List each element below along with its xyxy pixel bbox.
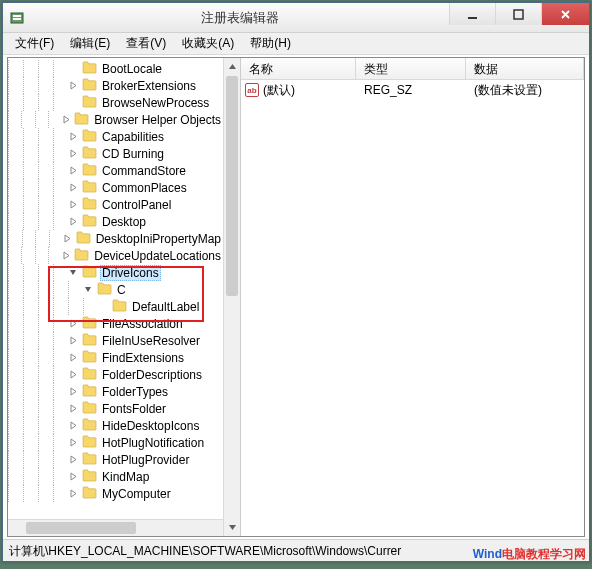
expand-toggle-icon[interactable] (68, 165, 79, 176)
tree-scrollbar-vertical[interactable] (223, 58, 240, 536)
scroll-thumb-h[interactable] (26, 522, 136, 534)
regedit-window: 注册表编辑器 文件(F) 编辑(E) 查看(V) 收藏夹(A) 帮助(H) Bo… (2, 2, 590, 562)
registry-tree[interactable]: BootLocaleBrokerExtensionsBrowseNewProce… (8, 58, 223, 504)
titlebar[interactable]: 注册表编辑器 (3, 3, 589, 33)
tree-label: CommonPlaces (100, 181, 189, 195)
expand-toggle-icon[interactable] (68, 420, 79, 431)
values-pane: 名称 类型 数据 ab (默认) REG_SZ (数值未设置) (241, 58, 584, 536)
minimize-button[interactable] (449, 3, 495, 25)
tree-label: Capabilities (100, 130, 166, 144)
tree-node[interactable]: FontsFolder (8, 400, 223, 417)
tree-label: CD Burning (100, 147, 166, 161)
tree-label: DesktopIniPropertyMap (94, 232, 223, 246)
menu-favorites[interactable]: 收藏夹(A) (174, 33, 242, 54)
expand-toggle-icon[interactable] (68, 454, 79, 465)
status-path: 计算机\HKEY_LOCAL_MACHINE\SOFTWARE\Microsof… (9, 544, 401, 558)
expand-toggle-icon[interactable] (68, 199, 79, 210)
folder-icon (75, 231, 94, 247)
col-name[interactable]: 名称 (241, 58, 356, 79)
expand-toggle-icon[interactable] (68, 403, 79, 414)
expand-toggle-icon[interactable] (68, 335, 79, 346)
scroll-up-icon[interactable] (224, 58, 240, 75)
tree-node[interactable]: HotPlugNotification (8, 434, 223, 451)
list-header[interactable]: 名称 类型 数据 (241, 58, 584, 80)
svg-rect-1 (13, 15, 21, 17)
expand-toggle-icon[interactable] (63, 233, 73, 244)
menu-edit[interactable]: 编辑(E) (62, 33, 118, 54)
svg-rect-4 (514, 10, 523, 19)
value-type: REG_SZ (356, 83, 466, 97)
tree-node[interactable]: CommonPlaces (8, 179, 223, 196)
tree-node[interactable]: FolderTypes (8, 383, 223, 400)
expand-toggle-icon[interactable] (62, 250, 72, 261)
expand-toggle-icon[interactable] (68, 386, 79, 397)
tree-node[interactable]: MyComputer (8, 485, 223, 502)
menu-help[interactable]: 帮助(H) (242, 33, 299, 54)
tree-node[interactable]: Capabilities (8, 128, 223, 145)
expand-toggle-icon[interactable] (83, 284, 94, 295)
tree-node[interactable]: BrowseNewProcess (8, 94, 223, 111)
menu-file[interactable]: 文件(F) (7, 33, 62, 54)
col-data[interactable]: 数据 (466, 58, 584, 79)
expand-toggle-icon[interactable] (68, 80, 79, 91)
tree-label: Browser Helper Objects (92, 113, 223, 127)
folder-icon (81, 146, 100, 162)
menu-view[interactable]: 查看(V) (118, 33, 174, 54)
content-area: BootLocaleBrokerExtensionsBrowseNewProce… (7, 57, 585, 537)
value-data: (数值未设置) (466, 82, 584, 99)
expand-toggle-icon[interactable] (68, 369, 79, 380)
tree-node[interactable]: KindMap (8, 468, 223, 485)
scroll-down-icon[interactable] (224, 519, 240, 536)
tree-scrollbar-horizontal[interactable] (8, 519, 223, 536)
value-name: (默认) (263, 82, 295, 99)
tree-node[interactable]: ControlPanel (8, 196, 223, 213)
expand-toggle-icon[interactable] (68, 148, 79, 159)
svg-rect-2 (13, 18, 21, 20)
tree-label: BrokerExtensions (100, 79, 198, 93)
tree-node[interactable]: Desktop (8, 213, 223, 230)
tree-node[interactable]: FindExtensions (8, 349, 223, 366)
folder-icon (81, 435, 100, 451)
expand-toggle-icon[interactable] (68, 182, 79, 193)
folder-icon (111, 299, 130, 315)
folder-icon (81, 197, 100, 213)
scroll-thumb[interactable] (226, 76, 238, 296)
tree-node[interactable]: FolderDescriptions (8, 366, 223, 383)
app-icon (9, 10, 25, 26)
tree-node[interactable]: DesktopIniPropertyMap (8, 230, 223, 247)
expand-toggle-icon[interactable] (62, 114, 72, 125)
folder-icon (81, 401, 100, 417)
list-row[interactable]: ab (默认) REG_SZ (数值未设置) (241, 80, 584, 100)
folder-icon (96, 282, 115, 298)
tree-node[interactable]: Browser Helper Objects (8, 111, 223, 128)
folder-icon (81, 486, 100, 502)
tree-label: CommandStore (100, 164, 188, 178)
folder-icon (81, 350, 100, 366)
expand-toggle-icon[interactable] (68, 318, 79, 329)
tree-node[interactable]: C (8, 281, 223, 298)
folder-icon (81, 384, 100, 400)
maximize-button[interactable] (495, 3, 541, 25)
tree-node[interactable]: DriveIcons (8, 264, 223, 281)
expand-toggle-icon[interactable] (68, 267, 79, 278)
col-type[interactable]: 类型 (356, 58, 466, 79)
tree-node[interactable]: HideDesktopIcons (8, 417, 223, 434)
tree-label: MyComputer (100, 487, 173, 501)
tree-node[interactable]: HotPlugProvider (8, 451, 223, 468)
expand-toggle-icon[interactable] (68, 488, 79, 499)
tree-node[interactable]: FileInUseResolver (8, 332, 223, 349)
close-button[interactable] (541, 3, 589, 25)
tree-node[interactable]: DefaultLabel (8, 298, 223, 315)
expand-toggle-icon[interactable] (68, 352, 79, 363)
expand-toggle-icon[interactable] (68, 216, 79, 227)
tree-label: FolderTypes (100, 385, 170, 399)
tree-node[interactable]: DeviceUpdateLocations (8, 247, 223, 264)
expand-toggle-icon[interactable] (68, 131, 79, 142)
expand-toggle-icon[interactable] (68, 471, 79, 482)
tree-node[interactable]: BootLocale (8, 60, 223, 77)
tree-node[interactable]: FileAssociation (8, 315, 223, 332)
tree-node[interactable]: BrokerExtensions (8, 77, 223, 94)
expand-toggle-icon[interactable] (68, 437, 79, 448)
tree-node[interactable]: CommandStore (8, 162, 223, 179)
tree-node[interactable]: CD Burning (8, 145, 223, 162)
